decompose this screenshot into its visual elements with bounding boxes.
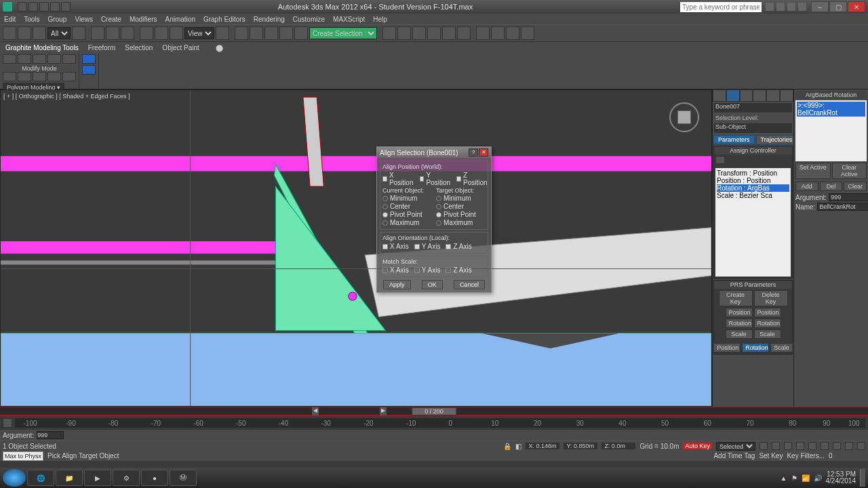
cmdtab-hierarchy-icon[interactable] (740, 89, 753, 102)
align-icon[interactable] (397, 26, 411, 40)
ribbon-tool-b-icon[interactable] (82, 65, 96, 75)
signin-icon[interactable] (776, 3, 785, 11)
clear-button[interactable]: Clear (844, 182, 867, 191)
show-desktop-button[interactable] (860, 469, 865, 487)
addtimetag-button[interactable]: Add Time Tag (713, 452, 755, 460)
current-frame-field[interactable]: 0 (829, 452, 849, 460)
goto-end-icon[interactable] (808, 442, 816, 450)
named-selection-dropdown[interactable]: Create Selection Se (309, 27, 377, 39)
menu-group[interactable]: Group (48, 16, 67, 23)
add-button[interactable]: Add (795, 182, 818, 191)
del-button[interactable]: Del (820, 182, 843, 191)
cur-min-radio[interactable]: Minimum (382, 195, 432, 202)
select-rect-icon[interactable] (91, 26, 104, 40)
menu-modifiers[interactable]: Modifiers (130, 16, 157, 23)
y-position-checkbox[interactable]: Y Position (420, 171, 452, 186)
qat-undo-icon[interactable] (50, 2, 60, 12)
nav-pan-icon[interactable] (845, 442, 853, 450)
help-search-input[interactable] (680, 2, 762, 12)
cur-max-radio[interactable]: Maximum (382, 219, 432, 226)
maxphysx-button[interactable]: Max to Physx (3, 451, 43, 461)
schematic-icon[interactable] (442, 26, 456, 40)
snap-icon[interactable] (235, 26, 248, 40)
play-icon[interactable] (784, 442, 792, 450)
task-media-icon[interactable]: ▶ (84, 470, 111, 486)
isolate-icon[interactable]: ◧ (515, 443, 521, 450)
z-coord[interactable]: Z: 0.0m (601, 443, 635, 449)
refcoord-dropdown[interactable]: View (184, 27, 214, 39)
scale-z-checkbox[interactable]: Z Axis (446, 266, 471, 274)
mm-4-icon[interactable] (47, 72, 61, 81)
controller-tree[interactable]: Transform : Position Position : Position… (715, 168, 791, 277)
tree-transform[interactable]: Transform : Position (717, 169, 789, 177)
cmdtab-utilities-icon[interactable] (766, 89, 780, 102)
tgt-pivot-radio[interactable]: Pivot Point (436, 211, 486, 218)
menu-customize[interactable]: Customize (293, 16, 325, 23)
close-button[interactable]: ✕ (848, 1, 865, 12)
delete-rotation-button[interactable]: Rotation (754, 319, 781, 328)
task-app2-icon[interactable]: ● (141, 470, 168, 486)
tree-rotation[interactable]: Rotation : ArgBas (717, 184, 789, 192)
menu-rendering[interactable]: Rendering (254, 16, 285, 23)
autokey-button[interactable]: Auto Key (683, 443, 712, 449)
render-icon[interactable] (506, 26, 519, 40)
argbased-list[interactable]: >:<999>: BellCrankRot (795, 100, 867, 161)
select-icon[interactable] (72, 26, 85, 40)
ribbon-pin-icon[interactable]: ⬤ (216, 44, 223, 52)
ok-button[interactable]: OK (422, 280, 443, 289)
subobj-poly-icon[interactable] (47, 54, 61, 64)
rotate-icon[interactable] (155, 26, 168, 40)
keyfilters-button[interactable]: Key Filters... (787, 452, 825, 460)
cmdtab-create-icon[interactable] (713, 89, 726, 102)
y-coord[interactable]: Y: 0.850m (564, 443, 597, 449)
mm-2-icon[interactable] (18, 72, 31, 81)
assign-controller-header[interactable]: Assign Controller (714, 146, 792, 155)
layers-icon[interactable] (412, 26, 426, 40)
apply-button[interactable]: Apply (383, 280, 411, 289)
scale-icon[interactable] (170, 26, 183, 40)
viewport[interactable]: [ + ] [ Orthographic ] [ Shaded + Edged … (0, 89, 712, 407)
clear-active-button[interactable]: Clear Active (832, 163, 867, 179)
task-explorer-icon[interactable]: 📁 (56, 470, 83, 486)
orient-z-checkbox[interactable]: Z Axis (446, 243, 471, 250)
infocenter-icon[interactable] (766, 3, 774, 11)
x-position-checkbox[interactable]: X Position (382, 171, 414, 186)
material-editor-icon[interactable] (457, 26, 471, 40)
tab-objectpaint[interactable]: Object Paint (162, 44, 199, 52)
subobj-vertex-icon[interactable] (3, 54, 16, 64)
curve-editor-icon[interactable] (427, 26, 441, 40)
keymode-dropdown[interactable]: Selected (716, 442, 755, 451)
mm-3-icon[interactable] (33, 72, 46, 81)
x-coord[interactable]: X: 0.146m (526, 443, 559, 449)
assign-controller-icon[interactable] (715, 156, 725, 164)
tgt-max-radio[interactable]: Maximum (436, 219, 486, 226)
goto-start-icon[interactable] (760, 442, 768, 450)
prs-header[interactable]: PRS Parameters (714, 281, 792, 289)
spinner-snap-icon[interactable] (279, 26, 293, 40)
render-frame-icon[interactable] (491, 26, 505, 40)
cmdtab-motion-icon[interactable] (726, 89, 740, 102)
prev-frame-icon[interactable] (772, 442, 780, 450)
subobj-edge-icon[interactable] (18, 54, 31, 64)
maximize-button[interactable]: ▢ (829, 1, 847, 12)
menu-tools[interactable]: Tools (24, 16, 39, 23)
favorites-icon[interactable] (787, 3, 795, 11)
time-slider[interactable]: ◀ 0 / 200 ▶ (0, 407, 868, 416)
cur-pivot-radio[interactable]: Pivot Point (382, 211, 432, 218)
render-setup-icon[interactable] (476, 26, 490, 40)
menu-create[interactable]: Create (101, 16, 121, 23)
render-prod-icon[interactable] (521, 26, 534, 40)
undo-icon[interactable] (3, 26, 16, 40)
selection-filter-dropdown[interactable]: All (47, 27, 71, 39)
qat-open-icon[interactable] (28, 2, 38, 12)
tgt-min-radio[interactable]: Minimum (436, 195, 486, 202)
cancel-button[interactable]: Cancel (454, 280, 485, 289)
mirror-icon[interactable] (382, 26, 396, 40)
menu-maxscript[interactable]: MAXScript (333, 16, 365, 23)
mm-5-icon[interactable] (62, 72, 76, 81)
argument-status-input[interactable] (37, 431, 64, 439)
orient-y-checkbox[interactable]: Y Axis (414, 243, 441, 250)
angle-snap-icon[interactable] (250, 26, 263, 40)
prs-position-button[interactable]: Position (713, 343, 741, 352)
setkey-button[interactable]: Set Key (759, 452, 783, 460)
